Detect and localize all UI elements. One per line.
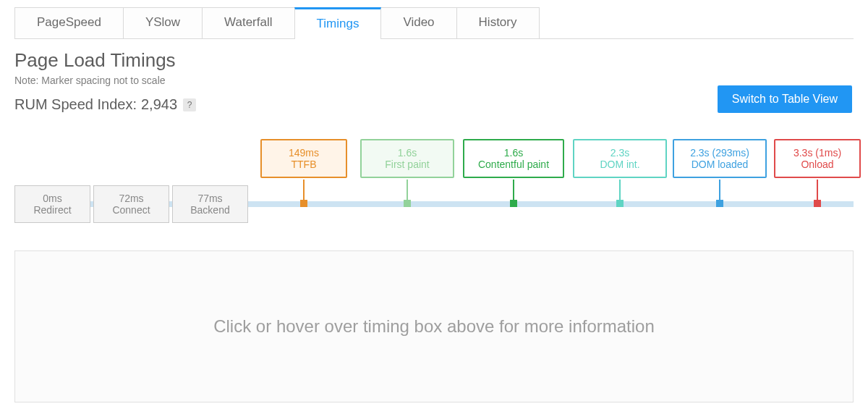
timing-dom-loaded[interactable]: 2.3s (293ms)DOM loaded — [673, 139, 767, 178]
tab-yslow[interactable]: YSlow — [123, 7, 203, 38]
pre-timing-backend[interactable]: 77msBackend — [172, 185, 248, 223]
timing-stem — [303, 180, 305, 200]
timing-value: 2.3s (293ms) — [690, 147, 749, 159]
timing-label: Onload — [801, 159, 833, 170]
timing-value: 2.3s — [610, 147, 629, 159]
tabs-bar: PageSpeedYSlowWaterfallTimingsVideoHisto… — [14, 7, 854, 39]
timing-label: First paint — [385, 159, 429, 170]
tab-video[interactable]: Video — [380, 7, 456, 38]
tab-history[interactable]: History — [456, 7, 540, 38]
pre-timing-redirect[interactable]: 0msRedirect — [14, 185, 90, 223]
timing-dot-icon — [616, 200, 624, 207]
timing-stem — [817, 180, 818, 200]
pre-timing-label: Connect — [112, 204, 150, 216]
timing-value: 1.6s — [504, 147, 523, 159]
timing-value: 149ms — [289, 147, 319, 159]
info-panel: Click or hover over timing box above for… — [14, 250, 854, 402]
timing-label: DOM loaded — [692, 159, 749, 170]
timeline: 0msRedirect72msConnect77msBackend 149msT… — [14, 135, 854, 236]
page-title: Page Load Timings — [14, 49, 854, 72]
switch-view-button[interactable]: Switch to Table View — [718, 85, 852, 113]
rum-label: RUM Speed Index: — [14, 96, 137, 113]
pre-timing-connect[interactable]: 72msConnect — [93, 185, 169, 223]
timing-stem — [407, 180, 408, 200]
timing-contentful-paint[interactable]: 1.6sContentful paint — [463, 139, 564, 178]
tab-waterfall[interactable]: Waterfall — [202, 7, 294, 38]
scale-note: Note: Marker spacing not to scale — [14, 75, 854, 86]
tab-pagespeed[interactable]: PageSpeed — [14, 7, 124, 38]
timing-dot-icon — [510, 200, 517, 207]
timing-label: DOM int. — [600, 159, 639, 170]
timing-dot-icon — [300, 200, 307, 207]
pre-timing-label: Backend — [190, 204, 229, 216]
timing-dot-icon — [716, 200, 723, 207]
timing-label: TTFB — [292, 159, 317, 170]
timing-ttfb[interactable]: 149msTTFB — [260, 139, 347, 178]
info-text: Click or hover over timing box above for… — [213, 316, 655, 337]
pre-timing-value: 0ms — [43, 193, 61, 204]
timing-stem — [719, 180, 720, 200]
pre-timing-value: 72ms — [119, 193, 143, 204]
tab-timings[interactable]: Timings — [294, 7, 382, 38]
timing-stem — [513, 180, 514, 200]
timing-first-paint[interactable]: 1.6sFirst paint — [360, 139, 454, 178]
timing-value: 3.3s (1ms) — [793, 147, 841, 159]
pre-timing-value: 77ms — [197, 193, 222, 204]
timing-dom-int-[interactable]: 2.3sDOM int. — [573, 139, 667, 178]
help-icon[interactable]: ? — [183, 98, 196, 111]
timing-onload[interactable]: 3.3s (1ms)Onload — [774, 139, 861, 178]
timing-stem — [619, 180, 621, 200]
pre-timing-boxes: 0msRedirect72msConnect77msBackend — [14, 185, 248, 223]
rum-value: 2,943 — [141, 96, 177, 113]
timing-value: 1.6s — [398, 147, 417, 159]
pre-timing-label: Redirect — [33, 204, 71, 216]
timing-label: Contentful paint — [478, 159, 549, 170]
timing-dot-icon — [404, 200, 411, 207]
timing-dot-icon — [814, 200, 821, 207]
